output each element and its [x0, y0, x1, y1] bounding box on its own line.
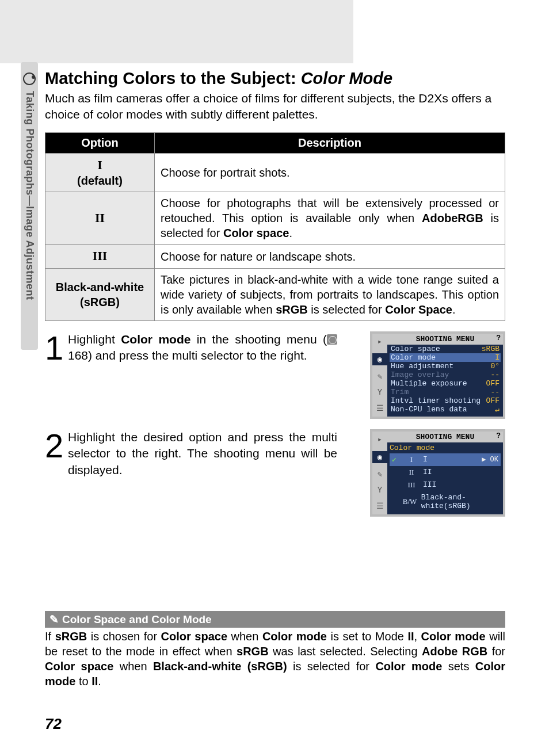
footnote-body: If sRGB is chosen for Color space when C… — [45, 628, 505, 689]
menu-row: Multiple exposureOFF — [390, 379, 501, 388]
playback-tab-icon: ▸ — [378, 434, 382, 444]
step-number: 2 — [45, 432, 64, 460]
option-cell: Black-and-white(sRGB) — [45, 268, 155, 320]
header-banner — [0, 0, 353, 63]
col-description: Description — [155, 132, 505, 153]
option-cell: III — [45, 245, 155, 269]
description-cell: Choose for portrait shots. — [155, 153, 505, 192]
pencil-tab-icon: ✎ — [378, 469, 382, 479]
table-row: IIIChoose for nature or landscape shots. — [45, 245, 505, 269]
menu-row: Intvl timer shootingOFF — [390, 396, 501, 405]
step-number: 1 — [45, 334, 64, 362]
menu-row: Non-CPU lens data↵ — [390, 405, 501, 414]
table-row: Black-and-white(sRGB)Take pictures in bl… — [45, 268, 505, 320]
step-text: Highlight Color mode in the shooting men… — [68, 331, 337, 364]
section-label: Taking Photographs—Image Adjustment — [24, 91, 36, 300]
page-title: Matching Colors to the Subject: Color Mo… — [45, 69, 505, 88]
page-number: 72 — [45, 715, 62, 733]
screen-side-tabs: ▸ ◉ ✎ Y ☰ — [372, 432, 387, 514]
options-table: Option Description I(default)Choose for … — [45, 132, 505, 321]
footnote: ✎ Color Space and Color Mode If sRGB is … — [45, 611, 505, 689]
shooting-tab-icon: ◉ — [372, 353, 387, 365]
menu-row: Trim-- — [390, 388, 501, 396]
help-icon: ? — [496, 334, 501, 342]
screen-side-tabs: ▸ ◉ ✎ Y ☰ — [372, 334, 387, 417]
menu-row: Hue adjustment0° — [390, 362, 501, 371]
footnote-heading: ✎ Color Space and Color Mode — [45, 611, 505, 628]
description-cell: Choose for photographs that will be exte… — [155, 192, 505, 245]
menu-row: Image overlay-- — [390, 371, 501, 379]
table-row: IIChoose for photographs that will be ex… — [45, 192, 505, 245]
setup-tab-icon: Y — [378, 388, 382, 397]
main-content: Matching Colors to the Subject: Color Mo… — [45, 69, 505, 527]
shooting-tab-icon: ◉ — [372, 451, 387, 463]
screen-title: SHOOTING MENU? — [387, 432, 503, 442]
menu-row: Color spacesRGB — [390, 345, 501, 353]
camera-screen-color-mode: ▸ ◉ ✎ Y ☰ SHOOTING MENU? Color mode ✔II▶… — [370, 429, 505, 517]
step-text: Highlight the desired option and press t… — [68, 429, 337, 478]
page-ref-icon — [327, 334, 337, 345]
color-mode-option: IIII — [390, 466, 501, 479]
col-option: Option — [45, 132, 155, 153]
steps: 1 Highlight Color mode in the shooting m… — [45, 331, 505, 527]
recent-tab-icon: ☰ — [376, 501, 384, 511]
screen-subtitle: Color mode — [387, 442, 503, 452]
option-cell: II — [45, 192, 155, 245]
recent-tab-icon: ☰ — [376, 403, 384, 413]
mode-dial-icon — [23, 72, 36, 85]
note-icon: ✎ — [49, 613, 59, 626]
playback-tab-icon: ▸ — [378, 337, 382, 346]
screen-title: SHOOTING MENU? — [387, 334, 503, 345]
menu-row: Color modeI — [390, 353, 501, 362]
intro-text: Much as film cameras offer a choice of f… — [45, 90, 505, 123]
color-mode-option: B/WBlack-and-white(sRGB) — [390, 491, 501, 512]
description-cell: Choose for nature or landscape shots. — [155, 245, 505, 269]
color-mode-option: IIIIII — [390, 479, 501, 491]
camera-screen-shooting-menu: ▸ ◉ ✎ Y ☰ SHOOTING MENU? Color spacesRGB… — [370, 331, 505, 419]
color-mode-option: ✔II▶ OK — [390, 453, 501, 466]
description-cell: Take pictures in black-and-white with a … — [155, 268, 505, 320]
side-tab: Taking Photographs—Image Adjustment — [21, 62, 38, 350]
table-row: I(default)Choose for portrait shots. — [45, 153, 505, 192]
help-icon: ? — [496, 432, 501, 440]
setup-tab-icon: Y — [378, 486, 382, 495]
option-cell: I(default) — [45, 153, 155, 192]
pencil-tab-icon: ✎ — [378, 372, 382, 381]
